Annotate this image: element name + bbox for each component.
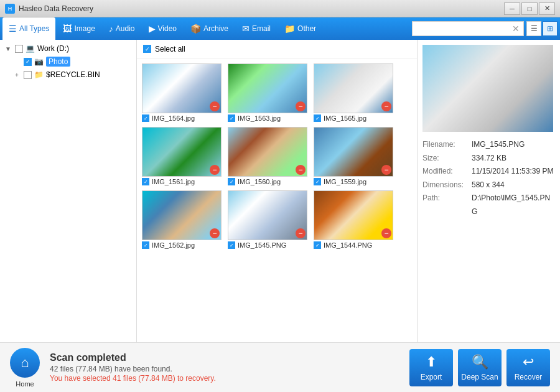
search-clear-button[interactable]: ✕ [512,24,520,34]
tab-email-label: Email [252,24,271,33]
recycle-folder-icon: 📁 [34,70,44,79]
view-toggle: ☰ ⊞ [526,21,558,36]
file-name-row-img1559: ✓ IMG_1559.jpg [314,178,394,185]
file-item-img1564[interactable]: − ✓ IMG_1564.jpg [142,63,223,122]
tab-other[interactable]: 📁 Other [278,17,322,40]
file-checkbox-img1559[interactable]: ✓ [314,178,321,185]
file-grid: − ✓ IMG_1564.jpg − ✓ IMG_1563 [142,63,412,249]
file-name-row-img1564: ✓ IMG_1564.jpg [142,114,223,122]
tab-archive[interactable]: 📦 Archive [184,17,235,40]
search-area: ✕ ☰ ⊞ [412,17,558,40]
search-input[interactable] [416,24,503,33]
file-name-row-img1563: ✓ IMG_1563.jpg [228,114,309,122]
file-checkbox-img1561[interactable]: ✓ [142,178,149,185]
content-area: ✓ Select all − ✓ IMG_1564.jpg [137,40,417,342]
file-checkbox-img1565[interactable]: ✓ [314,114,321,122]
home-button[interactable]: ⌂ Home [10,348,40,388]
file-checkbox-img1560[interactable]: ✓ [228,178,235,185]
maximize-button[interactable]: □ [521,2,538,15]
deep-scan-button[interactable]: 🔍 Deep Scan [458,349,502,386]
tab-video-label: Video [158,24,177,33]
select-all-label: Select all [155,45,185,54]
file-delete-img1560[interactable]: − [296,165,306,175]
image-icon: 🖼 [63,24,72,34]
tree-item-photo[interactable]: ✓ 📷 Photo [0,55,136,68]
file-thumbnail-img1564: − [142,63,222,113]
tree-label-recycle: $RECYCLE.BIN [46,70,100,79]
home-icon: ⌂ [10,348,40,378]
file-thumbnail-img1544: − [314,190,393,240]
audio-icon: ♪ [109,24,113,34]
file-item-img1545[interactable]: − ✓ IMG_1545.PNG [228,190,309,249]
tab-all-types[interactable]: ☰ All Types [2,17,55,40]
file-item-img1562[interactable]: − ✓ IMG_1562.jpg [142,190,223,249]
status-line1: 42 files (77.84 MB) have been found. [50,365,399,373]
file-thumbnail-img1561: − [142,127,222,177]
file-grid-container[interactable]: − ✓ IMG_1564.jpg − ✓ IMG_1563 [137,58,417,254]
tree-item-work-d[interactable]: ▼ 💻 Work (D:) [0,42,136,55]
size-label: Size: [422,152,469,166]
expand-icon-recycle: + [12,72,21,78]
file-item-img1565[interactable]: − ✓ IMG_1565.jpg [314,63,394,122]
tree-item-recycle[interactable]: + 📁 $RECYCLE.BIN [0,68,136,81]
file-checkbox-img1564[interactable]: ✓ [142,114,149,122]
tab-audio-label: Audio [116,24,135,33]
other-icon: 📁 [284,24,295,34]
file-thumbnail-img1560: − [228,127,307,177]
file-item-img1560[interactable]: − ✓ IMG_1560.jpg [228,127,309,185]
file-thumbnail-img1565: − [314,63,393,113]
file-item-img1563[interactable]: − ✓ IMG_1563.jpg [228,63,309,122]
file-checkbox-img1545[interactable]: ✓ [228,241,235,249]
file-name-row-img1562: ✓ IMG_1562.jpg [142,241,223,249]
deep-scan-label: Deep Scan [461,373,498,381]
file-delete-img1559[interactable]: − [381,165,391,175]
file-name-img1545: IMG_1545.PNG [238,241,286,249]
path-value: D:\Photo\IMG_1545.PNG [472,192,555,218]
export-icon: ⬆ [426,354,437,370]
file-item-img1559[interactable]: − ✓ IMG_1559.jpg [314,127,394,185]
file-checkbox-img1562[interactable]: ✓ [142,241,149,249]
tree-label-photo: Photo [46,57,70,67]
file-name-row-img1561: ✓ IMG_1561.jpg [142,178,223,185]
file-checkbox-img1563[interactable]: ✓ [228,114,235,122]
file-delete-img1562[interactable]: − [210,228,220,238]
file-delete-img1561[interactable]: − [210,165,220,175]
tab-video[interactable]: ▶ Video [142,17,183,40]
deep-scan-icon: 🔍 [472,354,488,370]
app-title: Hasleo Data Recovery [19,4,93,13]
file-name-img1564: IMG_1564.jpg [152,114,195,122]
file-delete-img1544[interactable]: − [381,228,391,238]
minimize-button[interactable]: ─ [504,2,520,15]
tab-other-label: Other [297,24,316,33]
tree-checkbox-photo[interactable]: ✓ [24,58,32,66]
file-name-img1565: IMG_1565.jpg [324,114,366,122]
file-delete-img1564[interactable]: − [210,101,220,111]
file-thumbnail-img1563: − [228,63,307,113]
tab-audio[interactable]: ♪ Audio [103,17,141,40]
tab-image[interactable]: 🖼 Image [57,17,101,40]
preview-panel: Filename: IMG_1545.PNG Size: 334.72 KB M… [417,40,560,342]
photo-folder-icon: 📷 [34,57,44,66]
file-delete-img1563[interactable]: − [296,101,306,111]
tree-checkbox-recycle[interactable] [24,71,32,79]
file-delete-img1565[interactable]: − [381,101,391,111]
tab-email[interactable]: ✉ Email [236,17,277,40]
list-view-button[interactable]: ☰ [526,21,541,36]
file-item-img1544[interactable]: − ✓ IMG_1544.PNG [314,190,394,249]
file-name-img1561: IMG_1561.jpg [152,178,195,185]
select-all-checkbox[interactable]: ✓ [143,45,151,53]
file-checkbox-img1544[interactable]: ✓ [314,241,321,249]
tree-checkbox-work-d[interactable] [15,45,23,53]
file-item-img1561[interactable]: − ✓ IMG_1561.jpg [142,127,223,185]
filename-label: Filename: [422,138,469,152]
export-button[interactable]: ⬆ Export [409,349,453,386]
status-title: Scan completed [50,352,399,363]
tree-label-work-d: Work (D:) [37,44,69,53]
close-button[interactable]: ✕ [539,2,555,15]
left-panel: ▼ 💻 Work (D:) ✓ 📷 Photo + 📁 $RECYCLE.BIN [0,40,137,342]
recover-button[interactable]: ↩ Recover [506,349,550,386]
dimensions-label: Dimensions: [422,179,469,192]
file-delete-img1545[interactable]: − [296,228,306,238]
grid-view-button[interactable]: ⊞ [543,21,558,36]
meta-row-filename: Filename: IMG_1545.PNG [422,138,555,152]
